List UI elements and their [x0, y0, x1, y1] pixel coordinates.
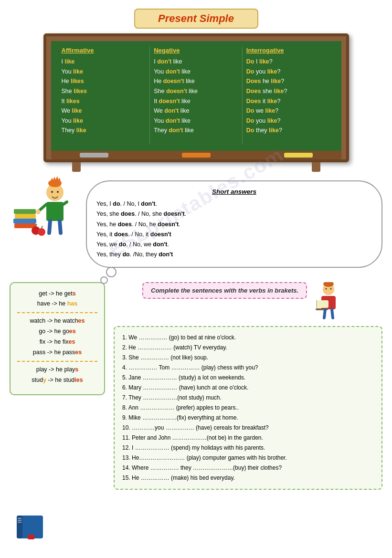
reading-student-icon [312, 282, 345, 320]
svg-line-30 [324, 309, 325, 318]
svg-point-19 [38, 228, 45, 236]
svg-point-11 [57, 191, 59, 193]
int-row-2: Do you like? [246, 67, 331, 77]
svg-rect-24 [317, 300, 328, 308]
page-title: Present Simple [158, 12, 234, 24]
rule-fix: fix -> he fixes [17, 337, 97, 347]
affirmative-header: Affirmative [62, 47, 146, 54]
negative-header: Negative [154, 47, 238, 54]
instruction-text: Complete the sentences with the verbs in… [151, 287, 298, 294]
rule-go: go -> he goes [17, 326, 97, 337]
int-row-7: Do you like? [246, 116, 331, 126]
sa-line-5: Yes, we do. / No, we don't. [96, 240, 372, 250]
svg-rect-2 [15, 214, 36, 219]
chalk-yellow [284, 153, 313, 158]
aff-row-8: They like [62, 126, 146, 136]
svg-rect-3 [14, 209, 36, 214]
right-side: Complete the sentences with the verbs in… [114, 282, 382, 490]
svg-rect-35 [18, 518, 21, 519]
ex-9: 9. Mike ………………(fix) everything at home. [122, 413, 374, 423]
affirmative-column: Affirmative I like You like He likes She… [58, 47, 150, 144]
int-row-5: Does it like? [246, 96, 331, 106]
ex-10: 10. …………you …………… (have) cereals for bre… [122, 423, 374, 433]
eraser [80, 153, 108, 158]
sa-line-6: Yes, they do. /No, they don't [96, 250, 372, 260]
neg-row-2: You don't like [154, 67, 238, 77]
svg-point-10 [51, 191, 53, 193]
ex-12: 12. I ……………… (spend) my holidays with hi… [122, 443, 374, 453]
svg-line-20 [36, 224, 37, 226]
interrogative-header: Interrogative [246, 47, 331, 54]
int-row-8: Do they like? [246, 126, 331, 136]
svg-line-21 [42, 226, 42, 228]
svg-line-16 [49, 221, 50, 233]
svg-rect-1 [13, 219, 36, 223]
book-icon [14, 513, 45, 542]
rule-study: study -> he studies [17, 375, 97, 386]
thought-cloud: Short answers Yes, I do. / No, I don't. … [86, 180, 382, 268]
svg-point-28 [326, 288, 327, 289]
aff-row-3: He likes [62, 76, 146, 86]
svg-rect-36 [18, 520, 21, 521]
verb-rules-box: get -> he gets have -> he has watch -> h… [10, 282, 105, 395]
sa-line-3: Yes, he does. / No, he doesn't. [96, 220, 372, 230]
divider-2 [17, 361, 97, 362]
neg-row-5: It doesn't like [154, 96, 238, 106]
aff-row-6: We like [62, 106, 146, 116]
student-image-area [10, 176, 81, 247]
neg-row-4: She doesn't like [154, 86, 238, 96]
leg-right [312, 162, 320, 172]
rule-group-2: watch -> he watches go -> he goes fix ->… [17, 316, 97, 358]
page-title-box: Present Simple [134, 9, 258, 29]
rule-group-1: get -> he gets have -> he has [17, 289, 97, 310]
svg-rect-33 [17, 516, 22, 538]
leg-left [72, 162, 81, 172]
divider-1 [17, 312, 97, 313]
int-row-3: Does he like? [246, 76, 331, 86]
aff-row-4: She likes [62, 86, 146, 96]
svg-rect-34 [28, 535, 34, 539]
lower-section: get -> he gets have -> he has watch -> h… [10, 282, 382, 490]
rule-pass: pass -> he passes [17, 347, 97, 358]
ex-4: 4. …………… Tom …………… (play) chess with you… [122, 363, 374, 373]
ex-1: 1. We …………… (go) to bed at nine o'clock. [122, 333, 374, 343]
ex-15: 15. He …………… (make) his bed everyday. [122, 473, 374, 483]
sa-line-2: Yes, she does. / No, she doesn't. [96, 209, 372, 219]
negative-column: Negative I don't like You don't like He … [150, 47, 243, 144]
ex-6: 6. Mary ……………… (have) lunch at one o'clo… [122, 383, 374, 393]
int-row-6: Do we like? [246, 106, 331, 116]
svg-line-31 [332, 309, 333, 318]
book-icon-area [14, 513, 45, 544]
blackboard-frame: Affirmative I like You like He likes She… [43, 33, 349, 162]
aff-row-2: You like [62, 67, 146, 77]
ex-13: 13. He…………………… (play) computer games wit… [122, 453, 374, 463]
svg-point-29 [330, 288, 332, 289]
aff-row-5: It likes [62, 96, 146, 106]
aff-row-7: You like [62, 116, 146, 126]
svg-line-14 [64, 202, 67, 204]
rule-watch: watch -> he watches [17, 316, 97, 326]
instruction-box: Complete the sentences with the verbs in… [142, 282, 307, 299]
svg-line-17 [60, 221, 61, 233]
ex-14: 14. Where …………… they …………………(buy) their … [122, 463, 374, 473]
ex-8: 8. Ann ……………… (prefer) apples to pears.. [122, 403, 374, 413]
blackboard-legs [43, 162, 349, 172]
sa-line-4: Yes, it does. / No, it doesn't [96, 230, 372, 240]
neg-row-6: We don't like [154, 106, 238, 116]
sa-line-1: Yes, I do. / No, I don't. [96, 199, 372, 209]
neg-row-8: They don't like [154, 126, 238, 136]
rule-group-3: play -> he plays study -> he studies [17, 365, 97, 386]
ex-7: 7. They ………………(not study) much. [122, 393, 374, 403]
int-row-1: Do I like? [246, 57, 331, 67]
ex-2: 2. He ……………… (watch) TV everyday. [122, 343, 374, 353]
blackboard-shelf [51, 151, 341, 159]
short-answers-title: Short answers [96, 188, 372, 195]
ex-11: 11. Peter and John ………………(not be) in the… [122, 433, 374, 443]
middle-section: Short answers Yes, I do. / No, I don't. … [0, 180, 392, 268]
interrogative-column: Interrogative Do I like? Do you like? Do… [243, 47, 335, 144]
rule-play: play -> he plays [17, 365, 97, 375]
rule-have: have -> he has [17, 299, 97, 309]
neg-row-7: You don't like [154, 116, 238, 126]
aff-row-1: I like [62, 57, 146, 67]
chalk-orange [182, 153, 211, 158]
